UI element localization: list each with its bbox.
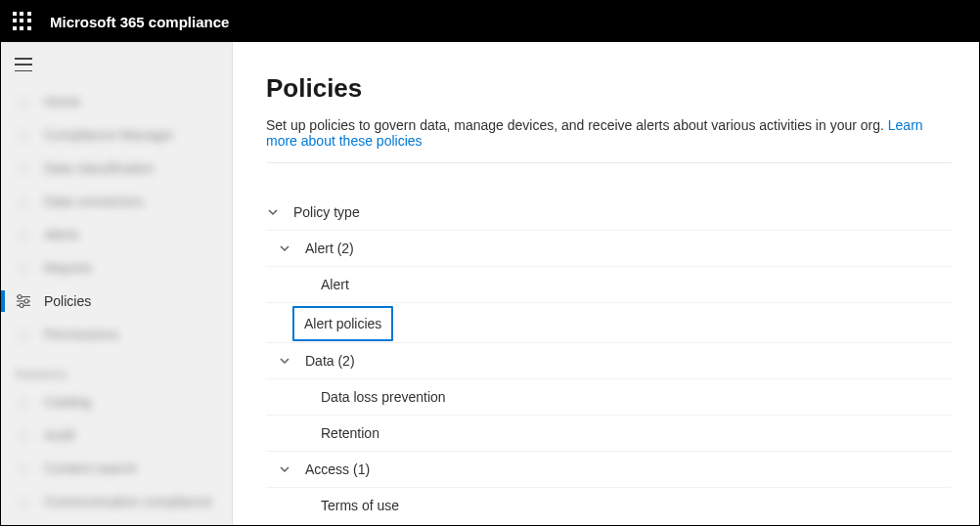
sidebar-item-home[interactable]: ◌ Home: [1, 85, 232, 118]
chevron-down-icon: [278, 241, 291, 255]
waffle-icon[interactable]: [13, 12, 32, 31]
sidebar-item-label: Home: [44, 94, 80, 110]
svg-point-3: [18, 295, 22, 299]
sidebar-item-label: Policies: [44, 293, 91, 309]
main-content: Policies Set up policies to govern data,…: [233, 42, 979, 525]
permissions-icon: ◌: [15, 326, 32, 343]
app-header: Microsoft 365 compliance: [1, 1, 979, 42]
tree-item-alert[interactable]: Alert: [266, 267, 952, 303]
sidebar-item-label: Audit: [44, 427, 75, 443]
svg-point-5: [20, 303, 23, 307]
communication-icon: ◌: [15, 493, 32, 510]
sidebar-item-audit[interactable]: ◌ Audit: [1, 418, 232, 452]
page-title: Policies: [266, 73, 952, 104]
sidebar-item-label: Communication compliance: [44, 494, 212, 509]
sidebar-item-compliance-manager[interactable]: ◌ Compliance Manager: [1, 118, 232, 152]
sidebar-section-solutions: Solutions: [1, 357, 232, 385]
tree-item-retention[interactable]: Retention: [266, 416, 952, 452]
sidebar-item-data-connectors[interactable]: ◌ Data connectors: [1, 185, 232, 218]
sidebar-item-label: Reports: [44, 260, 92, 276]
tree-item-terms-of-use[interactable]: Terms of use: [266, 488, 952, 523]
sidebar-item-label: Data connectors: [44, 194, 144, 209]
tree-label: Alert (2): [305, 241, 354, 256]
tree-item-data-loss-prevention[interactable]: Data loss prevention: [266, 379, 952, 416]
sidebar-item-label: Alerts: [44, 227, 79, 242]
chevron-down-icon: [278, 354, 291, 368]
tree-group-access[interactable]: Access (1): [266, 452, 952, 488]
sidebar-item-catalog[interactable]: ◌ Catalog: [1, 385, 232, 418]
sidebar-item-label: Compliance Manager: [44, 127, 174, 143]
tree-label: Access (1): [305, 461, 370, 477]
connectors-icon: ◌: [15, 193, 32, 210]
sidebar-item-label: Catalog: [44, 394, 91, 410]
sidebar-item-label: Permissions: [44, 327, 118, 342]
alerts-icon: ◌: [15, 226, 32, 243]
search-icon: ◌: [15, 460, 32, 477]
policy-tree: Policy type Alert (2) Alert Alert polici…: [266, 195, 952, 523]
reports-icon: ◌: [15, 259, 32, 277]
sidebar: ◌ Home ◌ Compliance Manager ◌ Data class…: [1, 42, 233, 525]
compliance-icon: ◌: [15, 126, 32, 144]
hamburger-button[interactable]: [1, 50, 232, 79]
sidebar-item-label: Content search: [44, 460, 137, 476]
tree-label: Policy type: [293, 204, 360, 220]
tree-group-alert[interactable]: Alert (2): [266, 231, 952, 267]
sidebar-item-reports[interactable]: ◌ Reports: [1, 251, 232, 285]
audit-icon: ◌: [15, 426, 32, 444]
chevron-down-icon: [266, 205, 280, 219]
sidebar-item-alerts[interactable]: ◌ Alerts: [1, 218, 232, 251]
home-icon: ◌: [15, 93, 32, 110]
tree-item-alert-policies[interactable]: Alert policies: [292, 306, 393, 341]
app-title: Microsoft 365 compliance: [50, 14, 229, 30]
sidebar-item-permissions[interactable]: ◌ Permissions: [1, 318, 232, 351]
sidebar-item-communication-compliance[interactable]: ◌ Communication compliance: [1, 485, 232, 518]
tree-group-data[interactable]: Data (2): [266, 343, 952, 379]
sidebar-item-content-search[interactable]: ◌ Content search: [1, 452, 232, 485]
tree-label: Data (2): [305, 353, 355, 369]
svg-point-4: [24, 299, 28, 303]
catalog-icon: ◌: [15, 393, 32, 411]
chevron-down-icon: [278, 462, 291, 476]
page-description: Set up policies to govern data, manage d…: [266, 117, 952, 163]
sidebar-item-label: Data classification: [44, 160, 155, 176]
policies-icon: [15, 292, 32, 310]
sidebar-item-data-classification[interactable]: ◌ Data classification: [1, 152, 232, 185]
classification-icon: ◌: [15, 159, 32, 177]
sidebar-item-policies[interactable]: Policies: [1, 285, 232, 318]
tree-root-policy-type[interactable]: Policy type: [266, 195, 952, 231]
